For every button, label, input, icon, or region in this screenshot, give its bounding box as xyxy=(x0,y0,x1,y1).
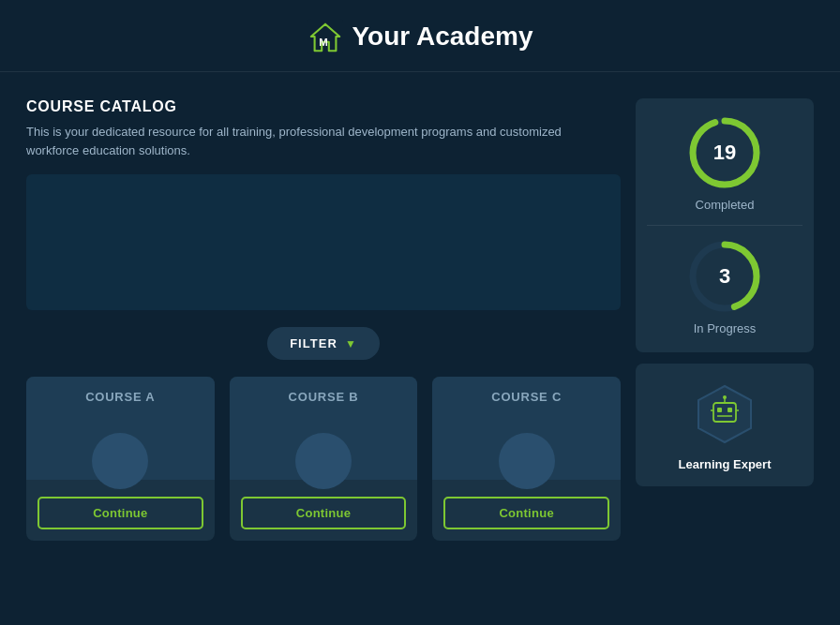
course-a-title: COURSE A xyxy=(85,390,155,404)
left-panel: COURSE CATALOG This is your dedicated re… xyxy=(26,98,621,541)
continue-button-a[interactable]: Continue xyxy=(38,497,203,529)
app-title: Your Academy xyxy=(352,22,533,52)
right-panel: 19 Completed 3 In Progress xyxy=(636,98,814,541)
in-progress-stat: 3 In Progress xyxy=(687,239,762,335)
stats-card: 19 Completed 3 In Progress xyxy=(636,98,814,352)
continue-button-b[interactable]: Continue xyxy=(241,497,407,529)
catalog-description: This is your dedicated resource for all … xyxy=(26,123,608,159)
svg-text:M: M xyxy=(319,37,328,48)
filter-label: FILTER xyxy=(290,336,338,350)
main-content: COURSE CATALOG This is your dedicated re… xyxy=(0,72,840,559)
svg-marker-7 xyxy=(698,386,751,442)
completed-ring: 19 xyxy=(687,115,762,190)
course-c-image-area: COURSE C xyxy=(432,377,621,480)
in-progress-value: 3 xyxy=(719,264,730,289)
course-c-title: COURSE C xyxy=(491,390,562,404)
expert-card: Learning Expert xyxy=(636,364,814,486)
filter-button[interactable]: FILTER ▼ xyxy=(267,327,380,360)
svg-point-13 xyxy=(723,395,727,399)
catalog-title: COURSE CATALOG xyxy=(26,98,621,115)
header: M Your Academy xyxy=(0,0,840,72)
course-b-image-area: COURSE B xyxy=(230,377,418,480)
course-card-a: COURSE A Continue xyxy=(26,377,215,541)
course-card-b: COURSE B Continue xyxy=(230,377,418,541)
course-b-title: COURSE B xyxy=(289,390,359,404)
completed-stat: 19 Completed xyxy=(687,115,762,212)
chevron-down-icon: ▼ xyxy=(345,337,357,350)
svg-rect-9 xyxy=(717,408,722,412)
completed-value: 19 xyxy=(713,141,736,165)
stats-divider xyxy=(647,225,802,226)
in-progress-label: In Progress xyxy=(694,321,756,335)
banner-image xyxy=(26,174,621,310)
course-a-avatar xyxy=(92,433,148,489)
course-card-c: COURSE C Continue xyxy=(432,377,621,541)
continue-button-c[interactable]: Continue xyxy=(443,497,609,529)
filter-bar: FILTER ▼ xyxy=(26,327,621,360)
course-a-image-area: COURSE A xyxy=(26,377,215,480)
expert-label: Learning Expert xyxy=(679,457,772,471)
in-progress-ring: 3 xyxy=(687,239,762,314)
course-c-avatar xyxy=(499,433,555,489)
academy-logo-icon: M xyxy=(308,19,343,54)
completed-label: Completed xyxy=(696,198,755,212)
courses-row: COURSE A Continue COURSE B Continue xyxy=(26,377,621,541)
course-b-avatar xyxy=(295,433,352,489)
svg-rect-10 xyxy=(728,408,732,412)
expert-badge-icon xyxy=(693,382,757,446)
